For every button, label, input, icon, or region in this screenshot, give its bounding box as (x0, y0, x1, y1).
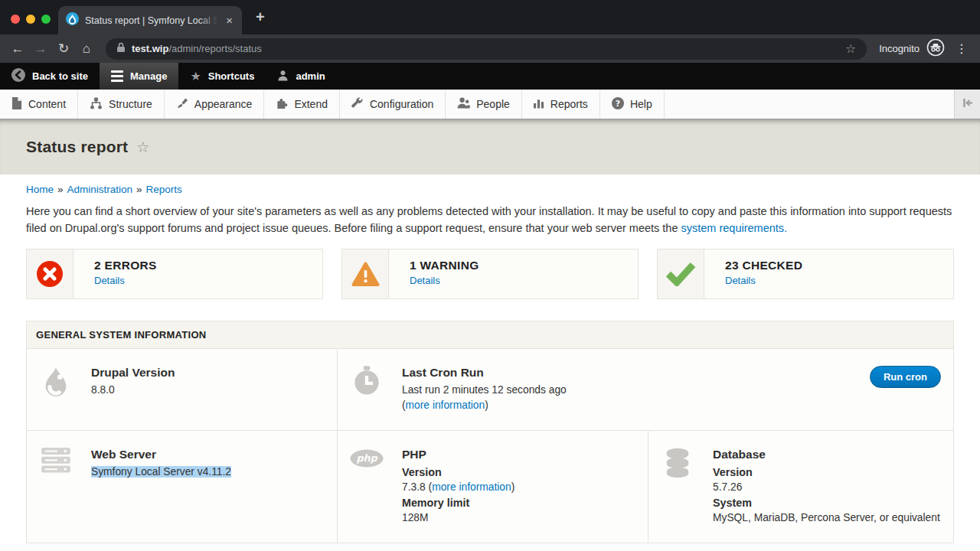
svg-text:?: ? (616, 99, 620, 109)
general-system-information-panel: GENERAL SYSTEM INFORMATION Drupal Versio… (26, 321, 954, 543)
bookmark-star-icon[interactable]: ☆ (845, 41, 856, 56)
manage-label: Manage (130, 70, 167, 82)
browser-tab[interactable]: Status report | Symfony Local Se × (58, 6, 242, 34)
page-content: Home»Administration»Reports Here you can… (0, 184, 980, 543)
toolbar-orientation-toggle[interactable] (954, 90, 980, 119)
php-memory-value: 128M (402, 510, 514, 526)
run-cron-button[interactable]: Run cron (870, 366, 941, 388)
intro-paragraph: Here you can find a short overview of yo… (26, 203, 954, 236)
panel-header: GENERAL SYSTEM INFORMATION (27, 321, 953, 349)
browser-menu-icon[interactable]: ⋮ (949, 41, 974, 56)
breadcrumb: Home»Administration»Reports (26, 184, 954, 195)
menu-item-appearance[interactable]: Appearance (165, 90, 265, 119)
back-to-site-button[interactable]: Back to site (0, 63, 100, 90)
menu-label: Extend (294, 98, 328, 110)
php-title: PHP (402, 448, 514, 461)
status-summary: 2 ERRORS Details 1 WARNING Details 23 CH… (26, 249, 954, 299)
manage-button[interactable]: Manage (100, 63, 178, 90)
menu-label: People (476, 98, 510, 110)
drupal-drop-icon (39, 366, 73, 413)
server-icon (39, 448, 73, 526)
window-controls (11, 15, 51, 24)
menu-item-configuration[interactable]: Configuration (340, 90, 446, 119)
database-icon (661, 448, 694, 526)
close-window-button[interactable] (11, 15, 20, 24)
back-circle-icon (11, 68, 25, 84)
tab-close-icon[interactable]: × (224, 13, 234, 28)
user-label: admin (296, 70, 325, 82)
home-icon[interactable]: ⌂ (75, 41, 98, 57)
warnings-details-link[interactable]: Details (410, 275, 440, 286)
address-bar[interactable]: test.wip/admin/reports/status ☆ (106, 38, 867, 60)
appearance-icon (176, 97, 188, 112)
back-icon[interactable]: ← (6, 41, 29, 57)
url-domain: test.wip (132, 43, 168, 54)
menu-item-extend[interactable]: Extend (264, 90, 340, 119)
checked-count: 23 CHECKED (725, 259, 802, 272)
cron-more-information-link[interactable]: more information (406, 399, 485, 411)
errors-card: 2 ERRORS Details (26, 249, 323, 299)
url-path: /admin/reports/status (168, 43, 261, 54)
breadcrumb-reports[interactable]: Reports (146, 184, 182, 195)
user-menu-button[interactable]: admin (266, 63, 336, 90)
checked-details-link[interactable]: Details (725, 275, 756, 286)
structure-icon (90, 97, 103, 112)
zoom-window-button[interactable] (41, 15, 51, 24)
php-more-information-link[interactable]: more information (432, 481, 511, 493)
breadcrumb-home[interactable]: Home (26, 184, 54, 195)
intro-text: Here you can find a short overview of yo… (26, 205, 952, 234)
help-icon: ? (612, 97, 624, 112)
database-cell: Database Version 5.7.26 System MySQL, Ma… (648, 431, 953, 543)
svg-text:php: php (356, 452, 377, 464)
people-icon (457, 97, 470, 111)
incognito-indicator: Incognito (874, 38, 949, 60)
php-version-label: Version (402, 465, 514, 480)
content-icon (11, 97, 22, 112)
menu-label: Appearance (194, 98, 253, 110)
system-requirements-link[interactable]: system requirements. (681, 222, 788, 234)
menu-item-people[interactable]: People (446, 90, 522, 119)
web-server-value: Symfony Local Server v4.11.2 (91, 466, 231, 478)
browser-tab-bar: Status report | Symfony Local Se × + (0, 0, 980, 34)
shortcuts-button[interactable]: ★ Shortcuts (178, 63, 266, 90)
warnings-card: 1 WARNING Details (341, 249, 639, 299)
user-icon (277, 70, 289, 83)
admin-menu-bar: Content Structure Appearance Extend Conf… (0, 90, 980, 119)
reload-icon[interactable]: ↻ (52, 41, 75, 57)
menu-label: Structure (109, 98, 152, 110)
warnings-count: 1 WARNING (410, 259, 479, 272)
cron-status-text: Last run 2 minutes 12 seconds ago (402, 383, 567, 398)
menu-label: Help (630, 98, 652, 110)
menu-label: Content (28, 98, 66, 110)
error-icon (27, 249, 74, 298)
page-header: Status report ☆ (0, 119, 980, 174)
web-server-title: Web Server (91, 448, 231, 461)
new-tab-button[interactable]: + (256, 8, 265, 26)
menu-item-help[interactable]: ? Help (600, 90, 665, 119)
system-info-row-2: Web Server Symfony Local Server v4.11.2 … (27, 430, 953, 543)
menu-item-content[interactable]: Content (0, 90, 78, 119)
php-logo-icon: php (350, 448, 384, 526)
breadcrumb-administration[interactable]: Administration (67, 184, 133, 195)
menu-item-reports[interactable]: Reports (522, 90, 600, 119)
url-text[interactable]: test.wip/admin/reports/status (132, 43, 262, 54)
php-memory-label: Memory limit (402, 495, 514, 510)
database-system-label: System (713, 495, 940, 510)
php-cell: php PHP Version 7.3.8 (more information)… (337, 431, 648, 543)
back-to-site-label: Back to site (32, 70, 88, 82)
menu-item-structure[interactable]: Structure (78, 90, 165, 119)
paren: ) (485, 399, 488, 411)
web-server-cell: Web Server Symfony Local Server v4.11.2 (27, 431, 337, 543)
check-icon (658, 249, 704, 298)
forward-icon[interactable]: → (29, 41, 52, 57)
errors-details-link[interactable]: Details (94, 275, 125, 286)
favorite-star-icon[interactable]: ☆ (136, 139, 149, 156)
breadcrumb-separator: » (57, 184, 64, 195)
minimize-window-button[interactable] (26, 15, 35, 24)
hamburger-icon (111, 70, 123, 82)
database-title: Database (713, 448, 940, 461)
shortcuts-star-icon: ★ (190, 69, 201, 83)
browser-toolbar: ← → ↻ ⌂ test.wip/admin/reports/status ☆ … (0, 34, 980, 63)
database-system-value: MySQL, MariaDB, Percona Server, or equiv… (713, 510, 940, 526)
errors-count: 2 ERRORS (94, 259, 157, 272)
